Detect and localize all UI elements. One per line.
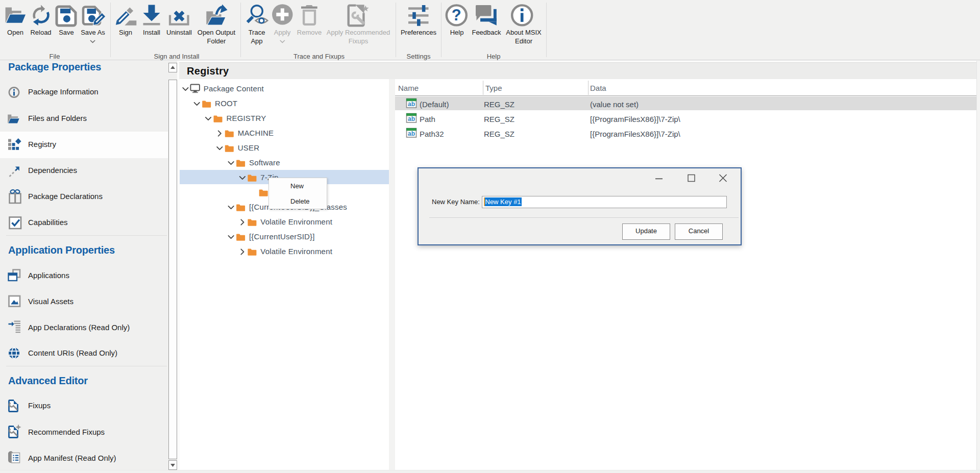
svg-text:ab: ab	[408, 130, 415, 137]
svg-text:ab: ab	[408, 101, 415, 108]
svg-text:ab: ab	[408, 115, 415, 122]
